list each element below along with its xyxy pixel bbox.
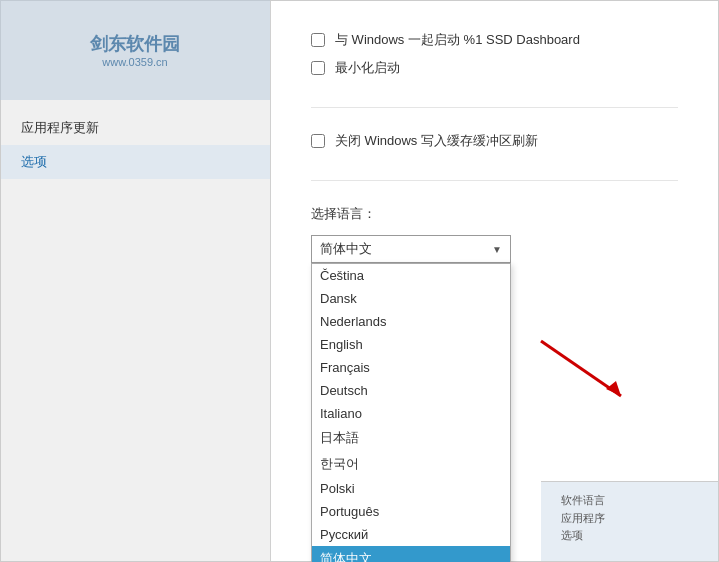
arrow-pointer-icon <box>531 331 651 411</box>
lang-nederlands[interactable]: Nederlands <box>312 310 510 333</box>
language-dropdown-list: Čeština Dansk Nederlands English Françai… <box>311 263 511 562</box>
checkbox-writecache[interactable] <box>311 134 325 148</box>
bottom-col1-line1: 软件语言 <box>561 492 605 510</box>
svg-marker-1 <box>606 381 621 396</box>
sidebar-item-app-update[interactable]: 应用程序更新 <box>1 111 270 145</box>
checkbox-writecache-label: 关闭 Windows 写入缓存缓冲区刷新 <box>335 132 538 150</box>
language-label: 选择语言： <box>311 205 678 223</box>
checkbox-row-1: 与 Windows 一起启动 %1 SSD Dashboard <box>311 31 678 49</box>
lang-polski[interactable]: Polski <box>312 477 510 500</box>
lang-english[interactable]: English <box>312 333 510 356</box>
lang-chinese-simplified[interactable]: 简体中文 <box>312 546 510 562</box>
lang-deutsch[interactable]: Deutsch <box>312 379 510 402</box>
language-select-display[interactable]: 简体中文 ▼ <box>311 235 511 263</box>
app-window: 剑东软件园 www.0359.cn 应用程序更新 选项 与 Windows 一起… <box>0 0 719 562</box>
lang-russian[interactable]: Русский <box>312 523 510 546</box>
language-select-wrapper: 简体中文 ▼ Čeština Dansk Nederlands English … <box>311 235 511 263</box>
language-section: 选择语言： 简体中文 ▼ Čeština Dansk Nederlands En… <box>311 205 678 263</box>
lang-cestina[interactable]: Čeština <box>312 264 510 287</box>
dropdown-arrow-icon: ▼ <box>492 244 502 255</box>
sidebar-item-options[interactable]: 选项 <box>1 145 270 179</box>
writecache-section: 关闭 Windows 写入缓存缓冲区刷新 <box>311 132 678 181</box>
checkbox-minimize-label: 最小化启动 <box>335 59 400 77</box>
checkbox-startup[interactable] <box>311 33 325 47</box>
lang-italiano[interactable]: Italiano <box>312 402 510 425</box>
checkbox-row-3: 关闭 Windows 写入缓存缓冲区刷新 <box>311 132 678 150</box>
lang-korean[interactable]: 한국어 <box>312 451 510 477</box>
checkbox-startup-label: 与 Windows 一起启动 %1 SSD Dashboard <box>335 31 580 49</box>
selected-language-text: 简体中文 <box>320 240 372 258</box>
main-content: 与 Windows 一起启动 %1 SSD Dashboard 最小化启动 关闭… <box>271 1 718 561</box>
checkbox-minimize[interactable] <box>311 61 325 75</box>
lang-japanese[interactable]: 日本語 <box>312 425 510 451</box>
sidebar: 应用程序更新 选项 <box>1 1 271 561</box>
bottom-col1: 软件语言 应用程序 选项 <box>561 492 605 545</box>
lang-dansk[interactable]: Dansk <box>312 287 510 310</box>
bottom-col1-line3: 选项 <box>561 527 605 545</box>
lang-portugues[interactable]: Português <box>312 500 510 523</box>
bottom-col1-line2: 应用程序 <box>561 510 605 528</box>
checkbox-row-2: 最小化启动 <box>311 59 678 77</box>
svg-line-0 <box>541 341 621 396</box>
bottom-overlay: 软件语言 应用程序 选项 <box>541 481 718 561</box>
startup-section: 与 Windows 一起启动 %1 SSD Dashboard 最小化启动 <box>311 31 678 108</box>
lang-francais[interactable]: Français <box>312 356 510 379</box>
